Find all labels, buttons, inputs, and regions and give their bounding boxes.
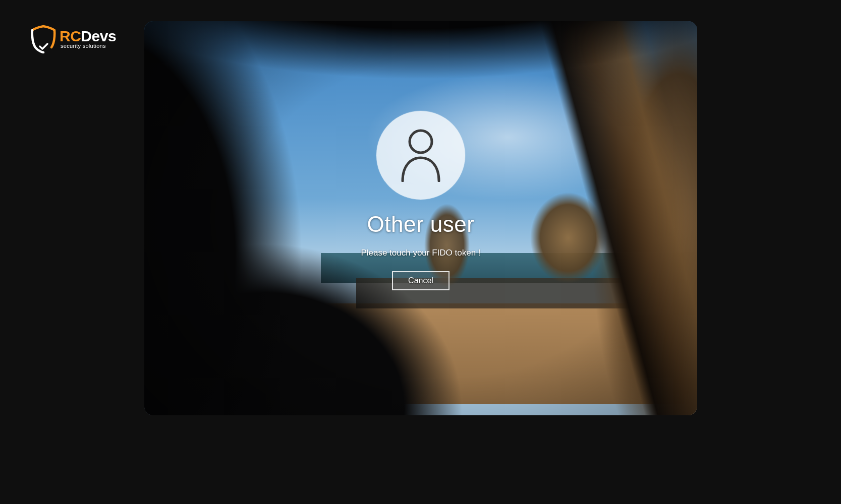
user-avatar	[376, 111, 465, 200]
user-title: Other user	[367, 212, 475, 237]
cancel-button[interactable]: Cancel	[392, 271, 450, 290]
fido-prompt-message: Please touch your FIDO token !	[361, 248, 480, 258]
brand-logo: RCDevs security solutions	[29, 24, 116, 53]
brand-name: RCDevs	[60, 29, 116, 44]
shield-icon	[29, 24, 58, 53]
user-icon	[397, 127, 445, 184]
login-panel: Other user Please touch your FIDO token …	[144, 21, 697, 415]
brand-tagline: security solutions	[61, 43, 116, 49]
svg-point-0	[410, 131, 432, 153]
login-screenshot-frame: Other user Please touch your FIDO token …	[144, 21, 697, 415]
